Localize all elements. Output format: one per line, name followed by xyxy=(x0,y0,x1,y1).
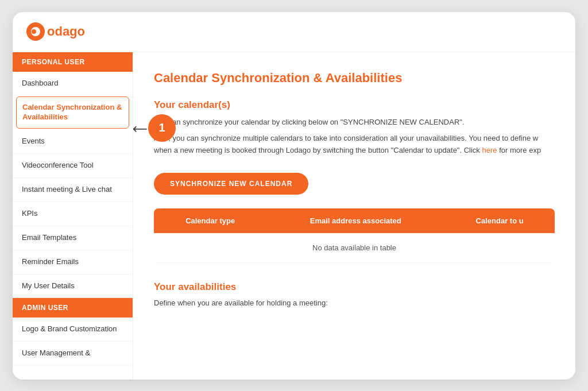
table-row-empty: No data available in table xyxy=(154,233,555,263)
availabilities-section: Your availabilities Define when you are … xyxy=(154,281,555,307)
sidebar-item-logo-brand[interactable]: Logo & Brand Customization xyxy=(13,318,133,342)
table-empty-message: No data available in table xyxy=(154,233,555,263)
here-link[interactable]: here xyxy=(482,146,497,154)
your-calendars-title: Your calendar(s) xyxy=(154,99,555,111)
logo-text: odago xyxy=(47,24,85,39)
description-1: You can synchronize your calendar by cli… xyxy=(154,117,555,129)
table-col-calendar-type: Calendar type xyxy=(154,208,266,233)
availabilities-title: Your availabilities xyxy=(154,281,555,293)
main-layout: PERSONAL USER Dashboard Calendar Synchro… xyxy=(13,52,575,380)
sidebar-item-calendar-sync[interactable]: Calendar Synchronization & Availabilitie… xyxy=(16,96,129,129)
top-bar: odago xyxy=(13,12,575,52)
annotation-overlay: ← 1 xyxy=(133,114,176,142)
sidebar-item-kpis[interactable]: KPIs xyxy=(13,202,133,226)
sidebar-item-dashboard[interactable]: Dashboard xyxy=(13,72,133,96)
app-container: odago PERSONAL USER Dashboard Calendar S… xyxy=(13,12,575,380)
sidebar-section-admin: ADMIN USER xyxy=(13,298,133,318)
availabilities-description: Define when you are available for holdin… xyxy=(154,299,555,307)
sidebar-item-videoconference[interactable]: Videoconference Tool xyxy=(13,154,133,178)
sidebar-item-events[interactable]: Events xyxy=(13,130,133,154)
content-area: ← 1 Calendar Synchronization & Availabil… xyxy=(133,52,575,380)
sidebar-item-email-templates[interactable]: Email Templates xyxy=(13,226,133,250)
sidebar-section-personal: PERSONAL USER xyxy=(13,52,133,72)
table-col-email-address: Email address associated xyxy=(266,208,444,233)
sidebar-item-my-user-details[interactable]: My User Details xyxy=(13,274,133,299)
sync-new-calendar-button[interactable]: SYNCHRONIZE NEW CALENDAR xyxy=(154,173,308,195)
logo-icon xyxy=(26,22,45,41)
step-badge: 1 xyxy=(148,114,176,142)
sidebar-item-instant-meeting[interactable]: Instant meeting & Live chat xyxy=(13,178,133,202)
logo: odago xyxy=(26,22,85,41)
calendar-table: Calendar type Email address associated C… xyxy=(154,208,555,263)
sidebar-item-reminder-emails[interactable]: Reminder Emails xyxy=(13,250,133,274)
svg-point-1 xyxy=(32,29,36,34)
sidebar: PERSONAL USER Dashboard Calendar Synchro… xyxy=(13,52,133,380)
sidebar-item-user-management[interactable]: User Management & xyxy=(13,342,133,366)
description-2: Also, you can synchronize multiple calen… xyxy=(154,133,555,157)
table-col-calendar-to-update: Calendar to u xyxy=(444,208,555,233)
page-title: Calendar Synchronization & Availabilitie… xyxy=(154,71,555,86)
